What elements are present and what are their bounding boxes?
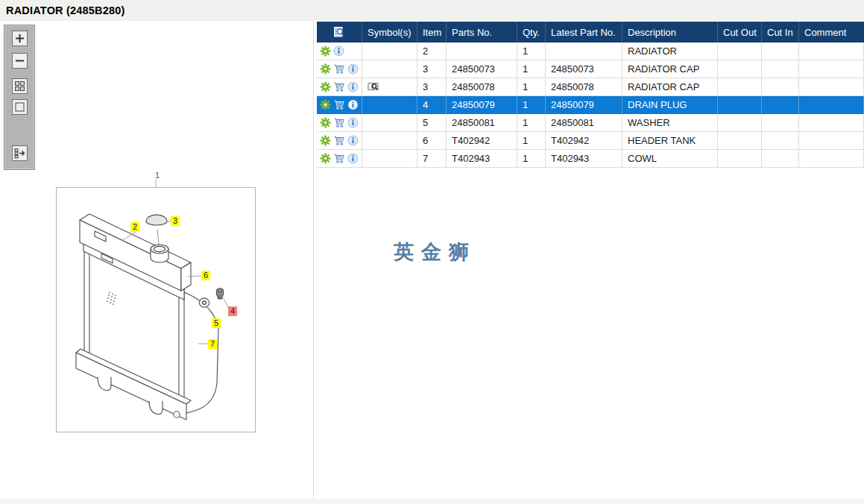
zoom-out-icon [14,55,25,66]
table-row[interactable]: 524850081124850081WASHER [317,114,864,132]
zoom-in-icon [14,33,25,44]
info-icon[interactable] [347,135,359,146]
cell-cut_out [718,114,762,132]
gear-icon[interactable] [320,81,331,92]
cell-cut_out [718,78,762,96]
callout-7[interactable]: 7 [208,339,217,349]
cell-comment [799,78,864,96]
callout-3[interactable]: 3 [171,216,180,226]
column-header-actions[interactable] [317,22,362,42]
cart-icon[interactable] [333,153,345,164]
table-row[interactable]: 6T4029421T402942HEADER TANK [317,132,864,150]
cell-cut_in [762,132,799,150]
table-body: 21RADIATOR324850073124850073RADIATOR CAP… [317,42,864,168]
cell-parts_no: 24850079 [447,96,517,114]
info-icon[interactable] [347,153,359,164]
column-header-qty[interactable]: Qty. [517,22,546,42]
column-header-cut_out[interactable]: Cut Out [718,22,762,42]
column-header-cut_in[interactable]: Cut In [762,22,799,42]
column-header-symbols[interactable]: Symbol(s) [362,22,417,42]
cell-cut_in [762,42,799,60]
info-icon[interactable] [347,63,359,75]
cart-icon[interactable] [333,81,345,92]
cell-comment [799,132,864,150]
panel-divider [313,21,314,504]
page-title: RADIATOR (2485B280) [0,4,125,16]
gear-icon[interactable] [320,117,331,128]
cell-qty: 1 [517,60,546,78]
cell-comment [799,114,864,132]
column-header-item[interactable]: Item [417,22,447,42]
cell-description: COWL [622,150,718,168]
info-icon[interactable] [347,117,359,128]
column-header-comment[interactable]: Comment [799,22,864,42]
toggle-panel-button[interactable] [12,145,28,161]
cell-actions [317,78,362,96]
callout-1[interactable]: 1 [153,171,162,180]
table-row[interactable]: 7T4029431T402943COWL [317,150,864,168]
title-bar: RADIATOR (2485B280) [0,0,864,21]
cell-cut_in [762,78,799,96]
gear-icon[interactable] [320,63,331,75]
cell-symbols [362,150,417,168]
toggle-panel-icon [14,148,25,159]
callout-5[interactable]: 5 [212,318,221,328]
table-row[interactable]: 324850078124850078RADIATOR CAP [317,78,864,96]
zoom-out-button[interactable] [12,53,28,69]
cell-actions [317,132,362,150]
cell-actions [317,42,362,60]
callout-2[interactable]: 2 [130,222,139,232]
callout-4[interactable]: 4 [228,306,237,316]
fit-view-icon [14,101,25,113]
tile-view-icon [14,81,25,92]
cart-icon[interactable] [333,117,345,128]
gear-icon[interactable] [320,153,331,164]
table-row[interactable]: 21RADIATOR [317,42,864,60]
zoom-in-button[interactable] [12,31,28,46]
info-icon[interactable] [333,45,344,57]
cell-item: 6 [417,132,447,150]
column-header-description[interactable]: Description [622,22,718,42]
gear-icon[interactable] [320,45,331,57]
cell-qty: 1 [517,132,546,150]
cell-parts_no [447,42,517,60]
cell-actions [317,96,362,114]
cell-latest_part_no: T402943 [546,150,622,168]
cell-description: RADIATOR CAP [622,60,718,78]
info-icon[interactable] [347,81,359,92]
table-row[interactable]: 324850073124850073RADIATOR CAP [317,60,864,78]
cart-icon[interactable] [333,63,345,75]
cart-icon[interactable] [333,99,345,110]
cart-icon[interactable] [333,135,345,146]
info-icon[interactable] [347,99,359,110]
gear-icon[interactable] [320,99,331,110]
cell-latest_part_no [546,42,622,60]
cell-actions [317,114,362,132]
fit-view-button[interactable] [12,99,28,115]
tile-view-button[interactable] [12,78,28,94]
cell-qty: 1 [517,42,546,60]
cell-cut_in [762,96,799,114]
cell-qty: 1 [517,150,546,168]
book-magnifier-icon[interactable] [367,81,379,92]
cell-description: HEADER TANK [622,132,718,150]
cell-cut_out [718,96,762,114]
cell-qty: 1 [517,96,546,114]
gear-icon[interactable] [320,135,331,146]
cell-latest_part_no: 24850078 [546,78,622,96]
search-list-icon [332,26,346,38]
cell-symbols [362,114,417,132]
cell-parts_no: T402942 [447,132,517,150]
cell-symbols [362,42,417,60]
column-header-parts_no[interactable]: Parts No. [447,22,517,42]
cell-description: DRAIN PLUG [622,96,718,114]
cell-symbols [362,96,417,114]
cell-actions [317,60,362,78]
cell-description: RADIATOR [622,42,718,60]
cell-cut_out [718,60,762,78]
column-header-latest_part_no[interactable]: Latest Part No. [546,22,622,42]
cell-symbols [362,60,417,78]
callout-6[interactable]: 6 [201,271,210,280]
cell-symbols [362,132,417,150]
table-row[interactable]: 424850079124850079DRAIN PLUG [317,96,864,114]
